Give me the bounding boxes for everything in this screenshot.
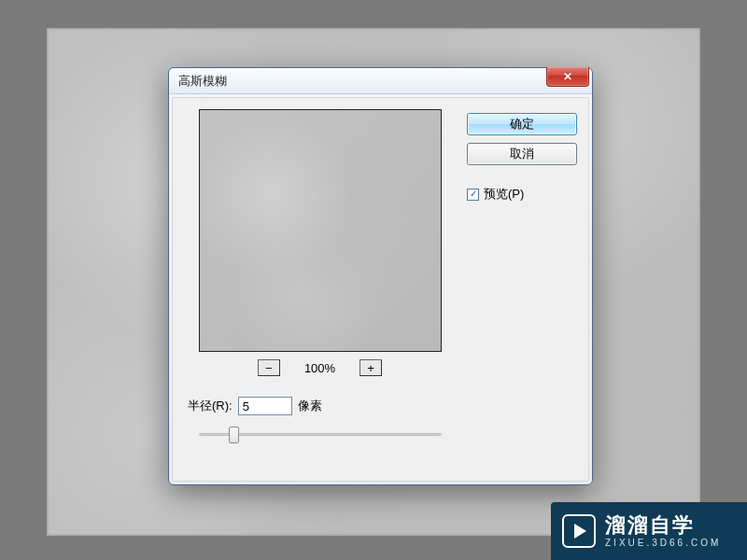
close-icon: ✕ [563, 70, 572, 83]
play-icon [562, 514, 596, 548]
radius-row: 半径(R): 像素 [188, 397, 322, 415]
preview-image[interactable] [199, 109, 442, 352]
radius-input[interactable] [238, 397, 292, 415]
radius-slider[interactable] [199, 425, 442, 445]
preview-checkbox-row[interactable]: ✓ 预览(P) [467, 186, 577, 203]
zoom-controls: − 100% + [258, 357, 382, 378]
watermark-text: 溜溜自学 ZIXUE.3D66.COM [605, 514, 721, 547]
watermark-brand: 溜溜自学 [605, 514, 721, 537]
zoom-level: 100% [304, 361, 335, 375]
zoom-out-button[interactable]: − [258, 359, 280, 376]
titlebar[interactable]: 高斯模糊 ✕ [169, 68, 592, 94]
gaussian-blur-dialog: 高斯模糊 ✕ − 100% + 半径(R): 像素 [168, 67, 593, 485]
radius-label: 半径(R): [188, 398, 233, 414]
triangle-icon [574, 524, 586, 539]
preview-checkbox-label: 预览(P) [484, 186, 524, 203]
radius-unit: 像素 [298, 398, 322, 414]
close-button[interactable]: ✕ [546, 67, 589, 87]
minus-icon: − [265, 362, 273, 374]
plus-icon: + [367, 362, 374, 374]
left-column: − 100% + 半径(R): 像素 [184, 109, 456, 469]
ok-button-label: 确定 [510, 116, 534, 133]
watermark-url: ZIXUE.3D66.COM [605, 538, 721, 548]
watermark: 溜溜自学 ZIXUE.3D66.COM [551, 502, 747, 560]
cancel-button-label: 取消 [510, 146, 534, 162]
ok-button[interactable]: 确定 [467, 113, 577, 135]
checkbox-icon[interactable]: ✓ [467, 189, 479, 201]
dialog-body: − 100% + 半径(R): 像素 确定 取消 [172, 97, 589, 482]
cancel-button[interactable]: 取消 [467, 143, 577, 165]
right-column: 确定 取消 ✓ 预览(P) [467, 109, 577, 469]
zoom-in-button[interactable]: + [359, 359, 382, 376]
dialog-title: 高斯模糊 [178, 73, 227, 90]
slider-thumb[interactable] [229, 427, 239, 443]
